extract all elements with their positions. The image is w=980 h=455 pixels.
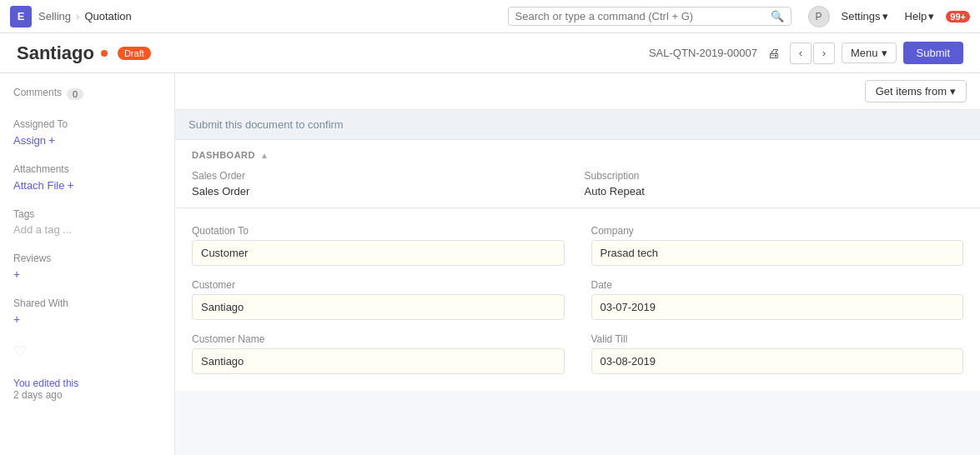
assign-button[interactable]: Assign + — [13, 133, 161, 147]
help-button[interactable]: Help ▾ — [900, 8, 940, 25]
attach-plus-icon: + — [67, 178, 73, 192]
dashboard-subscription-value: Auto Repeat — [585, 185, 964, 198]
assigned-to-label: Assigned To — [13, 118, 161, 130]
search-icon: 🔍 — [771, 10, 784, 22]
get-items-caret-icon: ▾ — [950, 85, 956, 98]
form-field-date: Date — [591, 279, 964, 320]
search-bar[interactable]: 🔍 — [508, 7, 792, 26]
company-label: Company — [591, 225, 964, 237]
document-id: SAL-QTN-2019-00007 — [649, 47, 757, 59]
form-section: Quotation To Company Customer Date — [175, 208, 980, 391]
customer-name-label: Customer Name — [192, 333, 565, 345]
customer-name-input[interactable] — [192, 348, 565, 374]
dashboard-header[interactable]: DASHBOARD ▲ — [192, 150, 963, 160]
get-items-bar: Get items from ▾ — [175, 73, 980, 110]
sidebar-comments: Comments 0 — [13, 87, 161, 102]
form-field-customer-name: Customer Name — [192, 333, 565, 374]
sidebar-shared-with: Shared With + — [13, 298, 161, 326]
date-label: Date — [591, 279, 964, 291]
info-bar: Submit this document to confirm — [175, 110, 980, 140]
dashboard-grid: Sales Order Sales Order Subscription Aut… — [192, 170, 963, 198]
comments-count: 0 — [67, 88, 83, 100]
customer-label: Customer — [192, 279, 565, 291]
breadcrumb-selling[interactable]: Selling — [38, 10, 71, 22]
dashboard-item-subscription: Subscription Auto Repeat — [585, 170, 964, 198]
page-header: Santiago Draft SAL-QTN-2019-00007 🖨 ‹ › … — [0, 33, 980, 73]
breadcrumb-sep-1: › — [76, 10, 79, 22]
activity-name: You edited this — [13, 378, 78, 389]
sidebar-activity: You edited this 2 days ago — [13, 378, 161, 401]
breadcrumb: Selling › Quotation — [38, 10, 132, 22]
user-avatar[interactable]: P — [808, 6, 830, 28]
main-layout: Comments 0 Assigned To Assign + Attachme… — [0, 73, 980, 455]
page-title-area: Santiago Draft — [17, 42, 151, 64]
app-icon[interactable]: E — [10, 6, 32, 28]
info-message: Submit this document to confirm — [188, 118, 344, 131]
page-title: Santiago — [17, 42, 94, 64]
content-area: Get items from ▾ Submit this document to… — [175, 73, 980, 455]
form-field-valid-till: Valid Till — [591, 333, 964, 374]
form-field-customer: Customer — [192, 279, 565, 320]
menu-button[interactable]: Menu ▾ — [842, 42, 897, 63]
nav-arrows: ‹ › — [790, 42, 835, 64]
sidebar-reviews: Reviews + — [13, 252, 161, 281]
shared-plus-icon: + — [13, 312, 20, 326]
quotation-to-label: Quotation To — [192, 225, 565, 237]
customer-input[interactable] — [192, 294, 565, 320]
draft-dot-icon — [101, 50, 108, 57]
dashboard-item-sales-order: Sales Order Sales Order — [192, 170, 571, 198]
sidebar-assigned-to: Assigned To Assign + — [13, 118, 161, 147]
activity-text: You edited this — [13, 378, 161, 389]
comments-label: Comments — [13, 87, 62, 98]
breadcrumb-quotation[interactable]: Quotation — [84, 10, 131, 22]
print-button[interactable]: 🖨 — [764, 44, 783, 62]
dashboard-chevron-icon: ▲ — [260, 151, 269, 160]
dashboard-subscription-label: Subscription — [585, 170, 964, 182]
form-field-quotation-to: Quotation To — [192, 225, 565, 266]
valid-till-input[interactable] — [591, 348, 964, 374]
attach-file-button[interactable]: Attach File + — [13, 178, 161, 192]
submit-button[interactable]: Submit — [903, 42, 963, 64]
next-record-button[interactable]: › — [813, 42, 835, 64]
top-navigation: E Selling › Quotation 🔍 P Settings ▾ Hel… — [0, 0, 980, 33]
menu-caret-icon: ▾ — [882, 47, 887, 59]
form-grid: Quotation To Company Customer Date — [192, 225, 963, 374]
add-shared-button[interactable]: + — [13, 312, 161, 326]
sidebar-tags: Tags Add a tag ... — [13, 208, 161, 236]
quotation-to-input[interactable] — [192, 240, 565, 266]
date-input[interactable] — [591, 294, 964, 320]
settings-caret-icon: ▾ — [882, 10, 888, 22]
dashboard-sales-order-value: Sales Order — [192, 185, 571, 198]
sidebar-heart: ♡ — [13, 342, 161, 361]
attachments-label: Attachments — [13, 163, 161, 175]
notification-badge: 99+ — [946, 11, 970, 22]
dashboard-sales-order-label: Sales Order — [192, 170, 571, 182]
form-field-company: Company — [591, 225, 964, 266]
dashboard-title: DASHBOARD — [192, 150, 255, 160]
company-input[interactable] — [591, 240, 964, 266]
tags-label: Tags — [13, 208, 161, 220]
dashboard-section: DASHBOARD ▲ Sales Order Sales Order Subs… — [175, 140, 980, 208]
review-plus-icon: + — [13, 268, 20, 281]
search-input[interactable] — [515, 10, 771, 22]
valid-till-label: Valid Till — [591, 333, 964, 345]
sidebar: Comments 0 Assigned To Assign + Attachme… — [0, 73, 175, 455]
notifications-button[interactable]: 99+ — [946, 10, 970, 22]
heart-icon[interactable]: ♡ — [13, 343, 27, 360]
get-items-from-button[interactable]: Get items from ▾ — [865, 80, 967, 102]
assign-plus-icon: + — [48, 133, 55, 147]
status-badge: Draft — [118, 47, 151, 60]
help-caret-icon: ▾ — [928, 10, 934, 22]
nav-right: P Settings ▾ Help ▾ 99+ — [808, 6, 970, 28]
activity-time: 2 days ago — [13, 389, 161, 401]
add-tag-input[interactable]: Add a tag ... — [13, 223, 161, 236]
reviews-label: Reviews — [13, 252, 161, 264]
shared-with-label: Shared With — [13, 298, 161, 309]
settings-button[interactable]: Settings ▾ — [837, 8, 893, 25]
prev-record-button[interactable]: ‹ — [790, 42, 812, 64]
sidebar-attachments: Attachments Attach File + — [13, 163, 161, 192]
add-review-button[interactable]: + — [13, 268, 161, 281]
page-actions: SAL-QTN-2019-00007 🖨 ‹ › Menu ▾ Submit — [649, 42, 963, 64]
